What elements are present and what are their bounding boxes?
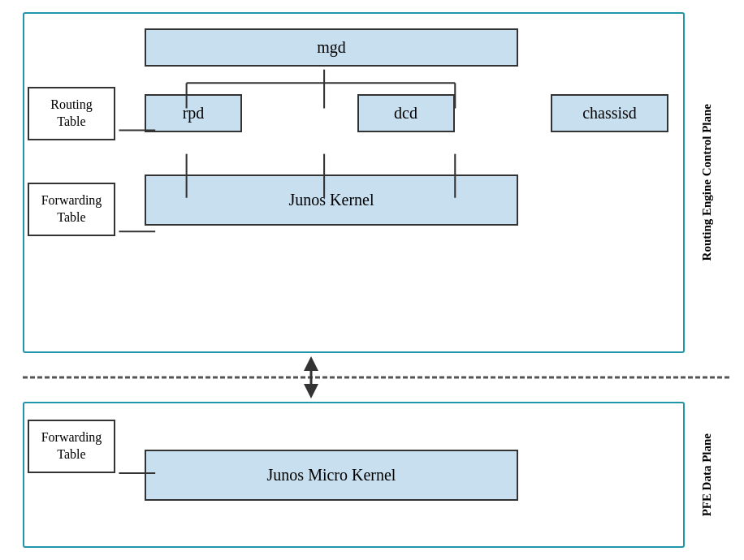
mgd-box: mgd — [145, 28, 518, 67]
junos-micro-kernel-box: Junos Micro Kernel — [145, 450, 518, 501]
svg-marker-10 — [304, 356, 318, 371]
chassisd-box: chassisd — [551, 94, 668, 132]
routing-table-box: Routing Table — [28, 87, 115, 140]
rpd-box: rpd — [145, 94, 242, 132]
data-forwarding-table-box: Forwarding Table — [28, 420, 115, 473]
svg-marker-11 — [304, 384, 318, 398]
routing-engine-label: Routing Engine — [700, 179, 714, 261]
pfe-label: PFE — [700, 493, 714, 516]
junos-kernel-box: Junos Kernel — [145, 174, 518, 226]
dcd-box: dcd — [357, 94, 455, 132]
data-plane-label: Data Plane — [700, 433, 714, 490]
control-plane-label: Control Plane — [700, 104, 714, 176]
ctrl-forwarding-table-box: Forwarding Table — [28, 183, 115, 236]
